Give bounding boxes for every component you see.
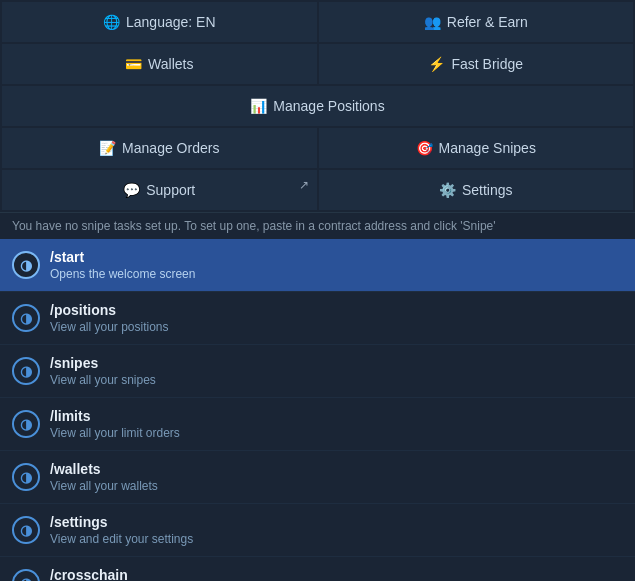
command-name: /settings xyxy=(50,514,193,530)
command-icon: ◑ xyxy=(12,357,40,385)
support-emoji: 💬 xyxy=(123,182,140,198)
command-text: /positions View all your positions xyxy=(50,302,169,334)
language-emoji: 🌐 xyxy=(103,14,120,30)
command-name: /start xyxy=(50,249,195,265)
notice-text: You have no snipe tasks set up. To set u… xyxy=(12,219,496,233)
manage-orders-button[interactable]: 📝 Manage Orders xyxy=(2,128,317,168)
top-grid: 🌐 Language: EN 👥 Refer & Earn 💳 Wallets … xyxy=(0,0,635,212)
manage-orders-label: Manage Orders xyxy=(122,140,219,156)
command-icon: ◑ xyxy=(12,463,40,491)
command-item[interactable]: ◑ /settings View and edit your settings xyxy=(0,504,635,557)
manage-snipes-label: Manage Snipes xyxy=(439,140,536,156)
command-item[interactable]: ◑ /limits View all your limit orders xyxy=(0,398,635,451)
command-icon: ◑ xyxy=(12,516,40,544)
manage-orders-emoji: 📝 xyxy=(99,140,116,156)
notice-bar: You have no snipe tasks set up. To set u… xyxy=(0,212,635,239)
command-description: View all your snipes xyxy=(50,373,156,387)
command-item[interactable]: ◑ /snipes View all your snipes xyxy=(0,345,635,398)
manage-positions-label: Manage Positions xyxy=(273,98,384,114)
settings-label: Settings xyxy=(462,182,513,198)
command-icon: ◑ xyxy=(12,410,40,438)
fast-bridge-button[interactable]: ⚡ Fast Bridge xyxy=(319,44,634,84)
manage-positions-button[interactable]: 📊 Manage Positions xyxy=(2,86,633,126)
manage-snipes-emoji: 🎯 xyxy=(416,140,433,156)
command-description: View all your wallets xyxy=(50,479,158,493)
fast-bridge-emoji: ⚡ xyxy=(428,56,445,72)
command-text: /wallets View all your wallets xyxy=(50,461,158,493)
command-description: Opens the welcome screen xyxy=(50,267,195,281)
commands-list: ◑ /start Opens the welcome screen ◑ /pos… xyxy=(0,239,635,581)
command-text: /settings View and edit your settings xyxy=(50,514,193,546)
command-icon: ◑ xyxy=(12,304,40,332)
refer-earn-emoji: 👥 xyxy=(424,14,441,30)
command-item[interactable]: ◑ /start Opens the welcome screen xyxy=(0,239,635,292)
external-link-icon: ↗ xyxy=(299,178,309,192)
command-description: View all your positions xyxy=(50,320,169,334)
wallets-emoji: 💳 xyxy=(125,56,142,72)
command-name: /limits xyxy=(50,408,180,424)
settings-emoji: ⚙️ xyxy=(439,182,456,198)
support-label: Support xyxy=(146,182,195,198)
command-text: /snipes View all your snipes xyxy=(50,355,156,387)
command-name: /snipes xyxy=(50,355,156,371)
command-text: /start Opens the welcome screen xyxy=(50,249,195,281)
support-button[interactable]: 💬 Support ↗ xyxy=(2,170,317,210)
refer-earn-label: Refer & Earn xyxy=(447,14,528,30)
command-icon: ◑ xyxy=(12,251,40,279)
command-item[interactable]: ◑ /positions View all your positions xyxy=(0,292,635,345)
command-text: /crosschain Swap funds between chains xyxy=(50,567,199,581)
command-icon: ◑ xyxy=(12,569,40,581)
command-name: /wallets xyxy=(50,461,158,477)
wallets-button[interactable]: 💳 Wallets xyxy=(2,44,317,84)
command-name: /positions xyxy=(50,302,169,318)
language-label: Language: EN xyxy=(126,14,216,30)
command-item[interactable]: ◑ /crosschain Swap funds between chains xyxy=(0,557,635,581)
command-description: View and edit your settings xyxy=(50,532,193,546)
manage-snipes-button[interactable]: 🎯 Manage Snipes xyxy=(319,128,634,168)
language-button[interactable]: 🌐 Language: EN xyxy=(2,2,317,42)
settings-button[interactable]: ⚙️ Settings xyxy=(319,170,634,210)
wallets-label: Wallets xyxy=(148,56,193,72)
command-item[interactable]: ◑ /wallets View all your wallets xyxy=(0,451,635,504)
command-description: View all your limit orders xyxy=(50,426,180,440)
refer-earn-button[interactable]: 👥 Refer & Earn xyxy=(319,2,634,42)
command-name: /crosschain xyxy=(50,567,199,581)
manage-positions-emoji: 📊 xyxy=(250,98,267,114)
fast-bridge-label: Fast Bridge xyxy=(451,56,523,72)
command-text: /limits View all your limit orders xyxy=(50,408,180,440)
